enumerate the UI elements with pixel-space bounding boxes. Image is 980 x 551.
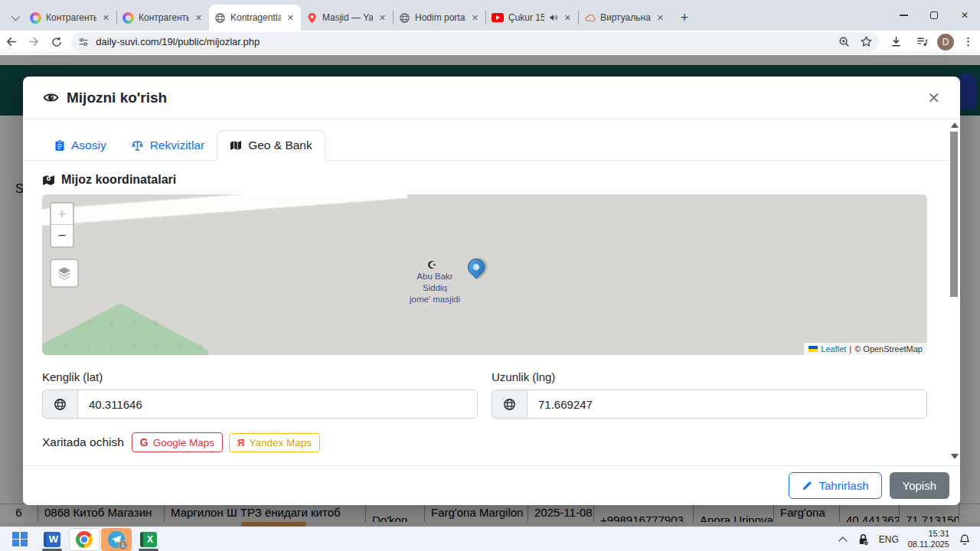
audio-playing-icon[interactable]	[549, 13, 558, 22]
modal-scrollbar[interactable]	[949, 121, 959, 464]
tab-asosiy[interactable]: Asosiy	[42, 131, 119, 160]
telegram-icon: 1	[108, 531, 125, 548]
url-text[interactable]: daily-suvi.com/19l/public/mijozlar.php	[96, 36, 838, 47]
address-bar[interactable]: daily-suvi.com/19l/public/mijozlar.php	[71, 32, 879, 52]
window-maximize-button[interactable]	[919, 0, 949, 31]
yandex-maps-button[interactable]: Я Yandex Maps	[229, 433, 320, 452]
language-indicator[interactable]: ENG	[879, 534, 899, 545]
crescent-icon: ☾	[86, 319, 92, 326]
latitude-input[interactable]	[77, 390, 478, 419]
browser-menu-icon[interactable]	[957, 32, 980, 52]
taskbar-chrome-active[interactable]	[69, 528, 100, 551]
window-close-button[interactable]: ✕	[949, 0, 980, 31]
time-text: 15:31	[908, 529, 949, 540]
tab-close-icon[interactable]: ✕	[286, 13, 296, 23]
reload-button[interactable]	[46, 32, 69, 52]
youtube-icon	[492, 13, 504, 22]
scroll-up-arrow[interactable]	[951, 122, 959, 128]
map-location-icon	[42, 174, 55, 187]
browser-tab-kontragenty-2[interactable]: Контрагенты - Smart ✕	[117, 5, 209, 31]
longitude-input[interactable]	[527, 390, 927, 419]
taskbar-excel[interactable]: X	[133, 528, 164, 551]
section-title: Mijoz koordinatalari	[61, 173, 176, 187]
tab-title: Çukur 15. Bölüm	[508, 12, 544, 23]
window-minimize-button[interactable]	[888, 0, 919, 31]
smart-logo-icon	[122, 12, 134, 24]
open-window-indicator	[139, 549, 158, 551]
leaflet-map[interactable]: ☾ ☾ ☾ ☾ ☾ ☾ ☾ ☾ ☾ ☾ ☾ + − ☪ Abu	[42, 194, 927, 355]
modal-close-icon[interactable]: ✕	[927, 89, 940, 107]
clock[interactable]: 15:31 08.11.2025	[908, 529, 949, 550]
zoom-in-button[interactable]: +	[51, 204, 73, 225]
crescent-icon: ☾	[61, 342, 67, 349]
modal-footer: Tahrirlash Yopish	[23, 465, 960, 505]
open-in-map-label: Xaritada ochish	[42, 435, 124, 449]
zoom-out-button[interactable]: −	[51, 225, 73, 246]
scrollbar-thumb[interactable]	[950, 132, 958, 297]
tab-close-icon[interactable]: ✕	[377, 13, 387, 23]
media-playlist-icon[interactable]	[911, 32, 934, 52]
poi-label: Abu Bakr Siddiq jome' masjidi	[400, 271, 469, 305]
crescent-icon: ☾	[175, 342, 181, 349]
tab-close-icon[interactable]: ✕	[470, 13, 480, 23]
eye-icon	[43, 90, 59, 106]
tab-label: Asosiy	[71, 139, 106, 152]
site-info-icon[interactable]	[77, 36, 90, 48]
tab-search-chevron-icon[interactable]	[5, 5, 24, 31]
tab-geo-bank[interactable]: Geo & Bank	[217, 130, 325, 161]
tab-close-icon[interactable]: ✕	[101, 13, 111, 23]
notification-bell-icon[interactable]	[959, 533, 971, 546]
forward-button[interactable]	[23, 32, 46, 52]
profile-avatar[interactable]: D	[937, 34, 954, 51]
browser-tab-ats[interactable]: Виртуальная АТС ✕	[579, 5, 671, 31]
back-button[interactable]	[0, 32, 23, 52]
edit-button[interactable]: Tahrirlash	[789, 472, 881, 499]
google-g-icon: G	[140, 436, 149, 448]
google-maps-label: Google Maps	[153, 437, 214, 448]
tab-close-icon[interactable]: ✕	[563, 13, 573, 23]
browser-tab-kontragentlar-active[interactable]: Kontragentlar — stac ✕	[209, 5, 301, 31]
clipboard-icon	[54, 139, 65, 152]
modal-body: Mijoz koordinatalari ☾ ☾ ☾ ☾ ☾ ☾ ☾ ☾ ☾ ☾…	[23, 161, 960, 452]
scroll-down-arrow[interactable]	[951, 454, 959, 459]
open-window-indicator	[42, 549, 62, 551]
new-tab-button[interactable]: +	[674, 7, 695, 28]
crescent-icon: ☾	[152, 319, 158, 326]
crescent-icon: ☾	[107, 342, 113, 349]
map-zoom-control: + −	[50, 202, 74, 248]
tab-title: Masjid — Yandex Xa	[322, 12, 373, 23]
browser-tab-kontragenty-1[interactable]: Контрагенты - Smart ✕	[24, 5, 116, 31]
browser-tab-hodim[interactable]: Hodim portali ✕	[394, 5, 485, 31]
osm-link[interactable]: © OpenStreetMap	[854, 344, 923, 354]
crescent-icon: ☾	[84, 342, 90, 349]
tab-close-icon[interactable]: ✕	[194, 13, 204, 23]
map-attribution: Leaflet | © OpenStreetMap	[804, 343, 927, 355]
tray-expand-chevron-icon[interactable]	[838, 536, 847, 545]
browser-tab-masjid[interactable]: Masjid — Yandex Xa ✕	[301, 5, 393, 31]
security-lock-icon[interactable]	[857, 533, 870, 546]
modal-title-wrap: Mijozni ko'rish	[43, 90, 167, 106]
bookmark-star-icon[interactable]	[860, 35, 873, 48]
tab-rekvizitlar[interactable]: Rekvizitlar	[119, 131, 217, 160]
lat-label: Kenglik (lat)	[42, 370, 478, 383]
mosque-icon: ☪	[427, 259, 437, 271]
globe-icon	[214, 12, 226, 24]
globe-icon	[503, 398, 516, 411]
cloud-icon	[584, 12, 596, 24]
zoom-page-icon[interactable]	[838, 35, 851, 48]
taskbar-telegram-attention[interactable]: 1	[101, 528, 132, 551]
crescent-icon: ☾	[107, 319, 113, 326]
telegram-badge: 1	[118, 540, 128, 550]
start-button[interactable]	[5, 528, 35, 551]
browser-tab-cukur[interactable]: Çukur 15. Bölüm ✕	[486, 5, 578, 31]
leaflet-link[interactable]: Leaflet	[821, 344, 846, 354]
taskbar-word[interactable]: W	[37, 528, 67, 551]
smart-logo-icon	[30, 12, 41, 24]
tab-title: Контрагенты - Smart	[46, 12, 96, 23]
tab-close-icon[interactable]: ✕	[655, 13, 665, 23]
google-maps-button[interactable]: G Google Maps	[132, 432, 223, 452]
close-button[interactable]: Yopish	[890, 472, 950, 499]
download-icon[interactable]	[885, 32, 908, 52]
crescent-icon: ☾	[130, 319, 136, 326]
map-layers-control[interactable]	[50, 259, 79, 288]
